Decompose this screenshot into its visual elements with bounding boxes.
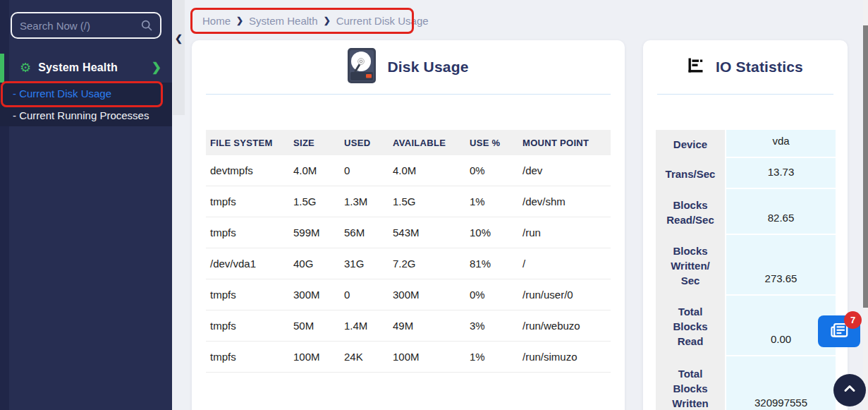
- news-badge[interactable]: 7: [844, 311, 862, 329]
- io-stat-label: Blocks Read/Sec: [656, 189, 726, 235]
- table-cell: 56M: [340, 217, 389, 248]
- table-row: Devicevda: [656, 130, 836, 158]
- table-cell: 50M: [289, 310, 340, 342]
- sidebar-item-current-disk-usage[interactable]: - Current Disk Usage: [0, 83, 172, 104]
- table-cell: /: [518, 248, 611, 279]
- io-statistics-card: IO Statistics DevicevdaTrans/Sec13.73Blo…: [643, 40, 848, 410]
- table-cell: 7.2G: [389, 248, 465, 279]
- io-stat-label: Blocks Written/ Sec: [656, 235, 726, 296]
- disk-usage-header: Disk Usage: [192, 40, 625, 94]
- sidebar-item-label: System Health: [38, 61, 118, 74]
- table-cell: 300M: [289, 279, 340, 310]
- disk-usage-table-head: FILE SYSTEMSIZEUSEDAVAILABLEUSE %MOUNT P…: [206, 130, 611, 155]
- io-stat-value: 273.65: [726, 235, 836, 296]
- table-header-row: FILE SYSTEMSIZEUSEDAVAILABLEUSE %MOUNT P…: [206, 130, 611, 155]
- breadcrumb-current-disk-usage[interactable]: Current Disk Usage: [336, 15, 429, 27]
- table-cell: 1.5G: [289, 186, 340, 217]
- table-cell: 1%: [465, 186, 518, 217]
- table-cell: 24K: [340, 342, 389, 373]
- search-box[interactable]: [11, 12, 161, 39]
- table-cell: 0: [340, 279, 389, 310]
- header-divider: [206, 94, 611, 95]
- table-cell: 100M: [389, 342, 465, 373]
- sidebar-gutter: [173, 0, 185, 115]
- sidebar-item-system-health[interactable]: ⚙ System Health ❯: [0, 54, 172, 81]
- table-row: tmpfs50M1.4M49M3%/run/webuzo: [206, 310, 611, 342]
- table-cell: 81%: [465, 248, 518, 279]
- table-cell: 4.0M: [289, 155, 340, 186]
- io-stat-value: vda: [726, 130, 836, 158]
- column-header: AVAILABLE: [389, 130, 465, 155]
- table-cell: 1.3M: [340, 186, 389, 217]
- search-input[interactable]: [12, 20, 141, 32]
- table-cell: devtmpfs: [206, 155, 289, 186]
- io-stat-value: 82.65: [726, 189, 836, 235]
- table-row: tmpfs100M24K100M1%/run/simuzo: [206, 342, 611, 373]
- table-row: tmpfs300M0300M0%/run/user/0: [206, 279, 611, 310]
- column-header: USE %: [465, 130, 518, 155]
- scroll-to-top-button[interactable]: [833, 374, 866, 406]
- table-cell: 543M: [389, 217, 465, 248]
- disk-usage-table-body: devtmpfs4.0M04.0M0%/devtmpfs1.5G1.3M1.5G…: [206, 155, 611, 373]
- bar-chart-icon: [687, 58, 704, 76]
- table-cell: 1%: [465, 342, 518, 373]
- table-cell: 599M: [289, 217, 340, 248]
- breadcrumb-system-health[interactable]: System Health: [249, 15, 318, 27]
- table-cell: 0: [340, 155, 389, 186]
- disk-usage-table: FILE SYSTEMSIZEUSEDAVAILABLEUSE %MOUNT P…: [206, 130, 611, 373]
- disk-usage-title: Disk Usage: [387, 59, 468, 76]
- search-icon: [141, 20, 152, 31]
- table-cell: 300M: [389, 279, 465, 310]
- table-cell: tmpfs: [206, 342, 289, 373]
- table-cell: /run/simuzo: [518, 342, 611, 373]
- table-row: devtmpfs4.0M04.0M0%/dev: [206, 155, 611, 186]
- table-cell: /run: [518, 217, 611, 248]
- table-cell: 1.5G: [389, 186, 465, 217]
- table-cell: 1.4M: [340, 310, 389, 342]
- table-row: Blocks Written/ Sec273.65: [656, 235, 836, 296]
- table-cell: tmpfs: [206, 186, 289, 217]
- table-cell: /run/webuzo: [518, 310, 611, 342]
- gear-icon: ⚙: [20, 61, 31, 74]
- table-cell: /run/user/0: [518, 279, 611, 310]
- sidebar: ⚙ System Health ❯ - Current Disk Usage -…: [0, 0, 172, 410]
- table-row: Blocks Read/Sec82.65: [656, 189, 836, 235]
- io-stat-label: Device: [656, 130, 726, 158]
- scrollbar-thumb[interactable]: [863, 25, 868, 308]
- io-stat-label: Total Blocks Written: [656, 356, 726, 410]
- column-header: USED: [340, 130, 389, 155]
- sidebar-collapse-icon[interactable]: ❮: [175, 33, 183, 44]
- table-cell: 10%: [465, 217, 518, 248]
- table-cell: 3%: [465, 310, 518, 342]
- table-cell: tmpfs: [206, 217, 289, 248]
- io-stat-value: 320997555: [726, 356, 836, 410]
- table-row: /dev/vda140G31G7.2G81%/: [206, 248, 611, 279]
- column-header: SIZE: [289, 130, 340, 155]
- table-cell: tmpfs: [206, 310, 289, 342]
- table-row: Trans/Sec13.73: [656, 158, 836, 189]
- io-stat-label: Total Blocks Read: [656, 296, 726, 356]
- table-cell: 4.0M: [389, 155, 465, 186]
- breadcrumb-home[interactable]: Home: [202, 15, 231, 27]
- table-cell: 31G: [340, 248, 389, 279]
- table-cell: 40G: [289, 248, 340, 279]
- io-statistics-title: IO Statistics: [716, 59, 803, 76]
- header-divider: [657, 94, 833, 95]
- breadcrumb: Home ❯ System Health ❯ Current Disk Usag…: [202, 10, 429, 31]
- system-health-submenu: - Current Disk Usage - Current Running P…: [0, 83, 172, 126]
- io-statistics-header: IO Statistics: [643, 40, 848, 94]
- table-row: Total Blocks Read0.00: [656, 296, 836, 356]
- io-statistics-table: DevicevdaTrans/Sec13.73Blocks Read/Sec82…: [656, 130, 836, 410]
- hard-disk-icon: [348, 48, 376, 86]
- disk-usage-card: Disk Usage FILE SYSTEMSIZEUSEDAVAILABLEU…: [192, 40, 625, 410]
- column-header: FILE SYSTEM: [206, 130, 289, 155]
- io-stat-label: Trans/Sec: [656, 158, 726, 189]
- breadcrumb-separator: ❯: [236, 16, 243, 25]
- chevron-right-icon: ❯: [152, 60, 161, 75]
- table-row: Total Blocks Written320997555: [656, 356, 836, 410]
- table-cell: 100M: [289, 342, 340, 373]
- io-stat-value: 13.73: [726, 158, 836, 189]
- sidebar-item-current-running-processes[interactable]: - Current Running Processes: [0, 104, 172, 126]
- chevron-up-icon: [841, 380, 858, 400]
- io-statistics-table-body: DevicevdaTrans/Sec13.73Blocks Read/Sec82…: [656, 130, 836, 410]
